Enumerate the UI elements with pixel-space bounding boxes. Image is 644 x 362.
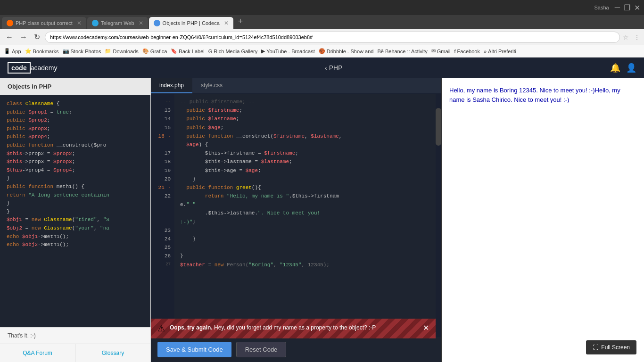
- url-bar[interactable]: [45, 32, 620, 43]
- restore-btn[interactable]: ❐: [624, 3, 630, 12]
- ln-15: 15: [151, 123, 174, 132]
- line-numbers: -- 13 14 15 16 · 17 18 19 20 21 · 22 23: [151, 94, 174, 337]
- bm-back-label[interactable]: 🔖 Back Label: [171, 48, 204, 54]
- bell-icon[interactable]: 🔔: [610, 63, 620, 73]
- tab-codecademy[interactable]: Objects in PHP | Codeca ✕: [149, 17, 233, 29]
- bm-dribbble-label: Dribbble - Show and: [327, 49, 374, 54]
- code-line-22d: :-)";: [180, 218, 430, 226]
- sidebar-actions: Q&A Forum Glossary: [0, 344, 150, 362]
- code-line-24: }: [180, 235, 430, 243]
- tab-label-php: PHP class output correct: [16, 20, 73, 26]
- reset-button[interactable]: Reset Code: [236, 342, 287, 357]
- bookmarks-bar: 📱 App ⭐ Bookmarks 📷 Stock Photos 📁 Downl…: [0, 45, 644, 58]
- ln-24: 24: [151, 235, 174, 243]
- code-line-17: $this->firstname = $firstname;: [180, 149, 430, 157]
- back-button[interactable]: ←: [4, 32, 15, 42]
- submit-button[interactable]: Save & Submit Code: [157, 342, 231, 357]
- browser-toolbar: ← → ↻ ☆ ⋮: [0, 29, 644, 45]
- bm-grafica[interactable]: 🎨 Grafica: [142, 48, 167, 54]
- ln-14: 14: [151, 115, 174, 123]
- tab-icon-codecademy: [154, 20, 160, 26]
- code-line-27: $teacher = new Person("Boring", "12345",…: [180, 261, 430, 269]
- bm-youtube[interactable]: ▶ YouTube - Broadcast: [261, 48, 315, 54]
- fullscreen-label: Full Screen: [601, 344, 630, 351]
- ln-20: 20: [151, 175, 174, 183]
- ln-faded: --: [151, 98, 174, 106]
- bm-dribbble[interactable]: 🏀 Dribbble - Show and: [319, 48, 374, 54]
- scrollbar-vertical[interactable]: [436, 94, 441, 337]
- tab-telegram[interactable]: Telegram Web ✕: [87, 17, 148, 29]
- reload-button[interactable]: ↻: [32, 32, 42, 42]
- sidebar-title: Objects in PHP: [0, 78, 150, 95]
- ln-26: 26: [151, 252, 174, 260]
- nav-icons: 🔔 👤: [610, 63, 636, 73]
- error-close-btn[interactable]: ✕: [423, 323, 429, 332]
- ln-19: 19: [151, 166, 174, 175]
- ln-cont3: [151, 209, 174, 217]
- tab-style-css[interactable]: style.css: [192, 78, 231, 93]
- logo[interactable]: code academy: [8, 62, 58, 74]
- ln-cont1: [151, 140, 174, 149]
- ln-23: 23: [151, 226, 174, 235]
- code-line-16: public function __construct($firstname, …: [180, 132, 430, 140]
- bm-bookmarks[interactable]: ⭐ Bookmarks: [25, 48, 59, 54]
- bm-altri-label: Altri Preferiti: [488, 49, 516, 54]
- ln-cont4: [151, 218, 174, 226]
- code-line-22c: .$this->lastname.". Nice to meet you!: [180, 209, 430, 217]
- scroll-thumb[interactable]: [436, 108, 441, 146]
- ln-25: 25: [151, 243, 174, 252]
- tab-close-telegram[interactable]: ✕: [139, 20, 143, 26]
- bm-facebook-label: Facebook: [457, 49, 480, 54]
- editor-footer: Save & Submit Code Reset Code: [151, 337, 441, 362]
- output-panel: Hello, my name is Boring 12345. Nice to …: [441, 78, 644, 362]
- new-tab-btn[interactable]: +: [234, 15, 247, 28]
- glossary-button[interactable]: Glossary: [75, 344, 150, 362]
- forward-button[interactable]: →: [18, 32, 29, 42]
- bm-back-label-text: Back Label: [179, 49, 204, 54]
- browser-tabs: PHP class output correct ✕ Telegram Web …: [0, 15, 644, 29]
- logo-academy: academy: [31, 64, 58, 72]
- tab-close-php[interactable]: ✕: [77, 20, 82, 26]
- code-line-23: [180, 226, 430, 235]
- bm-facebook[interactable]: f Facebook: [454, 49, 480, 54]
- bm-behance[interactable]: Bē Behance :: Activity: [377, 49, 427, 54]
- error-bold: Oops, try again.: [170, 324, 213, 331]
- bm-gmail[interactable]: ✉ Gmail: [431, 48, 451, 54]
- browser-user: Sasha: [594, 5, 609, 10]
- code-line-15: public $age;: [180, 123, 430, 132]
- ln-16: 16 ·: [151, 132, 174, 140]
- bm-rich-media[interactable]: G Rich Media Gallery: [208, 49, 257, 54]
- code-line-19: $this->age = $age;: [180, 166, 430, 175]
- editor-area: index.php style.css -- 13 14 15 16 · 17 …: [151, 78, 441, 362]
- code-line-21: public function greet(){: [180, 183, 430, 192]
- bm-altri[interactable]: » Altri Preferiti: [484, 49, 516, 54]
- tab-label-telegram: Telegram Web: [101, 20, 134, 26]
- bm-stock-label: Stock Photos: [71, 49, 101, 54]
- error-icon: ⚠: [157, 323, 165, 334]
- ln-18: 18: [151, 157, 174, 166]
- bm-app[interactable]: 📱 App: [4, 48, 21, 54]
- fullscreen-button[interactable]: ⛶ Full Screen: [586, 340, 636, 354]
- star-icon[interactable]: ☆: [623, 33, 629, 41]
- tab-index-php[interactable]: index.php: [151, 78, 192, 93]
- tab-close-codecademy[interactable]: ✕: [224, 20, 229, 26]
- code-line-16b: $age) {: [180, 140, 430, 149]
- code-preview: class Classname { public $prop1 = true; …: [0, 95, 150, 327]
- logo-code: code: [8, 62, 31, 74]
- bm-app-label: App: [12, 49, 21, 54]
- tab-php-class[interactable]: PHP class output correct ✕: [2, 17, 86, 29]
- bm-behance-label: Behance :: Activity: [385, 49, 428, 54]
- bm-bookmarks-label: Bookmarks: [33, 49, 59, 54]
- bm-stock-photos[interactable]: 📷 Stock Photos: [63, 48, 101, 54]
- ln-21: 21 ·: [151, 183, 174, 192]
- minimize-btn[interactable]: ─: [615, 3, 620, 12]
- bm-downloads[interactable]: 📁 Downloads: [105, 48, 138, 54]
- app-container: code academy ‹ PHP 🔔 👤 Objects in PHP cl…: [0, 58, 644, 362]
- qa-forum-button[interactable]: Q&A Forum: [0, 344, 75, 362]
- close-btn[interactable]: ✕: [634, 3, 640, 12]
- app-topnav: code academy ‹ PHP 🔔 👤: [0, 58, 644, 78]
- menu-icon[interactable]: ⋮: [634, 33, 640, 41]
- browser-titlebar: Sasha ─ ❐ ✕: [0, 0, 644, 15]
- user-icon[interactable]: 👤: [626, 63, 636, 73]
- code-content[interactable]: -- public $firstname; -- public $firstna…: [174, 94, 436, 337]
